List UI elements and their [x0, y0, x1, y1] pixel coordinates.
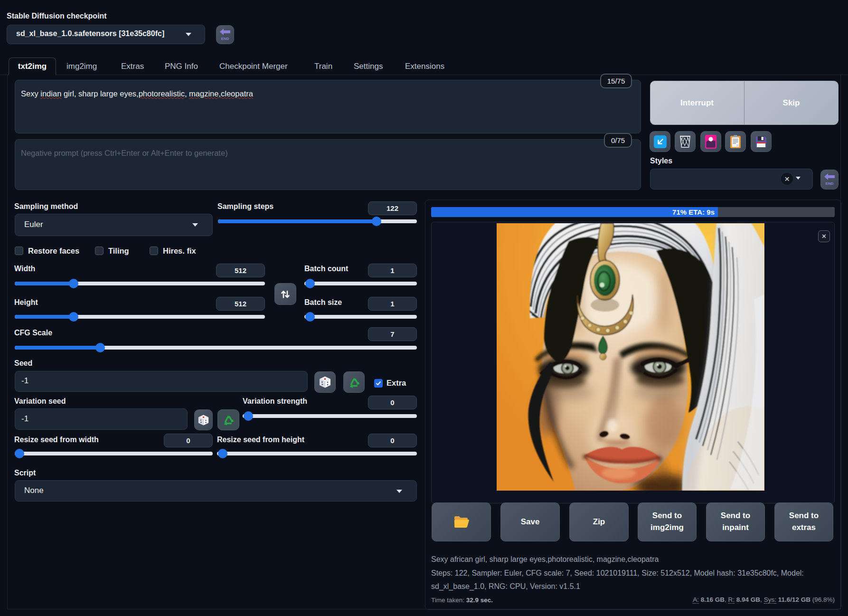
svg-text:END: END: [826, 181, 834, 186]
svg-text:END: END: [221, 37, 229, 41]
